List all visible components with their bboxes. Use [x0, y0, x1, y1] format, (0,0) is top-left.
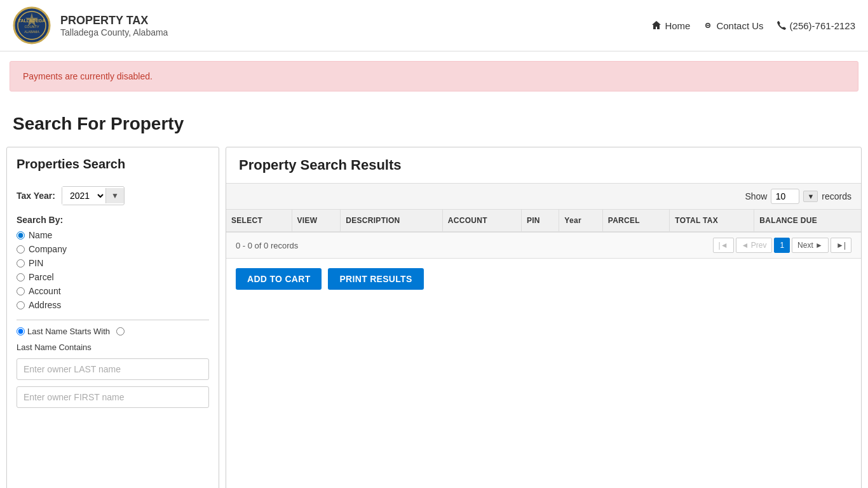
first-name-input[interactable]: [17, 386, 209, 408]
show-count-dropdown[interactable]: ▼: [803, 191, 818, 202]
radio-company-input[interactable]: [17, 245, 25, 254]
last-name-contains-label: Last Name Contains: [17, 342, 209, 352]
alert-banner: Payments are currently disabled.: [10, 61, 858, 92]
radio-parcel-input[interactable]: [17, 273, 25, 281]
header-title-block: PROPERTY TAX Talladega County, Alabama: [60, 14, 168, 37]
records-info-row: 0 - 0 of 0 records |◄ ◄ Prev 1 Next ► ►|: [226, 233, 861, 259]
action-buttons: ADD TO CART PRINT RESULTS: [226, 259, 861, 299]
home-icon: [651, 20, 661, 30]
svg-text:ALABAMA: ALABAMA: [24, 30, 39, 34]
app-subtitle: Talladega County, Alabama: [60, 27, 168, 37]
col-parcel: PARCEL: [602, 210, 670, 232]
app-name: PROPERTY TAX: [60, 14, 168, 27]
phone-link[interactable]: (256)-761-2123: [776, 20, 855, 31]
main-layout: Properties Search Tax Year: 2021 2020 20…: [0, 140, 868, 488]
alert-message: Payments are currently disabled.: [23, 71, 153, 81]
col-account: ACCOUNT: [442, 210, 521, 232]
contact-link[interactable]: Contact Us: [703, 20, 763, 31]
next-page-button[interactable]: Next ►: [792, 238, 829, 253]
svg-text:COUNTY: COUNTY: [24, 25, 39, 29]
name-search-options: Last Name Starts With: [17, 327, 209, 336]
left-panel-heading: Properties Search: [17, 157, 209, 177]
radio-account[interactable]: Account: [17, 286, 209, 296]
print-results-button[interactable]: PRINT RESULTS: [328, 268, 423, 290]
add-to-cart-button[interactable]: ADD TO CART: [236, 268, 322, 290]
phone-icon: [776, 20, 787, 30]
last-page-button[interactable]: ►|: [831, 238, 851, 253]
divider: [17, 320, 209, 320]
page-1-button[interactable]: 1: [774, 238, 790, 253]
results-table: SELECT VIEW DESCRIPTION ACCOUNT PIN Year…: [226, 210, 861, 233]
radio-address-input[interactable]: [17, 301, 25, 309]
home-link[interactable]: Home: [651, 20, 690, 31]
search-results-panel: Property Search Results Show ▼ records S…: [226, 147, 862, 488]
name-starts-with-radio[interactable]: [17, 327, 25, 336]
search-by-radio-group: Name Company PIN Parcel Account Address: [17, 230, 209, 310]
results-heading: Property Search Results: [239, 157, 848, 173]
show-count-input[interactable]: [771, 189, 799, 204]
radio-company[interactable]: Company: [17, 244, 209, 254]
properties-search-panel: Properties Search Tax Year: 2021 2020 20…: [6, 147, 219, 488]
records-label: records: [822, 191, 851, 201]
search-by-label: Search By:: [17, 215, 209, 225]
last-name-input[interactable]: [17, 358, 209, 380]
col-description: DESCRIPTION: [341, 210, 443, 232]
col-balance-due: BALANCE DUE: [754, 210, 861, 232]
col-select: SELECT: [226, 210, 292, 232]
results-header: Property Search Results: [226, 147, 861, 184]
radio-pin[interactable]: PIN: [17, 258, 209, 268]
last-name-contains-option[interactable]: [116, 327, 125, 336]
tax-year-row: Tax Year: 2021 2020 2019 ▼: [17, 186, 209, 205]
prev-page-button[interactable]: ◄ Prev: [736, 238, 773, 253]
tax-year-dropdown-arrow[interactable]: ▼: [105, 188, 124, 203]
first-page-button[interactable]: |◄: [713, 238, 734, 253]
col-pin: PIN: [521, 210, 559, 232]
radio-name-input[interactable]: [17, 231, 25, 240]
radio-account-input[interactable]: [17, 287, 25, 295]
tax-year-dropdown[interactable]: 2021 2020 2019: [62, 187, 105, 205]
page-header: TALLADEGA COUNTY ALABAMA PROPERTY TAX Ta…: [0, 0, 868, 51]
radio-parcel[interactable]: Parcel: [17, 272, 209, 282]
show-records-bar: Show ▼ records: [226, 184, 861, 210]
tax-year-label: Tax Year:: [17, 191, 55, 201]
radio-name[interactable]: Name: [17, 230, 209, 240]
col-year: Year: [559, 210, 602, 232]
tax-year-select-wrapper[interactable]: 2021 2020 2019 ▼: [62, 186, 125, 205]
records-info: 0 - 0 of 0 records: [236, 241, 298, 250]
last-name-starts-with-option[interactable]: Last Name Starts With: [17, 327, 110, 336]
page-title: Search For Property: [0, 101, 868, 140]
table-header-row: SELECT VIEW DESCRIPTION ACCOUNT PIN Year…: [226, 210, 861, 232]
name-starts-with-label: Last Name Starts With: [27, 327, 110, 336]
logo-icon: TALLADEGA COUNTY ALABAMA: [13, 6, 51, 44]
pagination: |◄ ◄ Prev 1 Next ► ►|: [713, 238, 851, 253]
radio-pin-input[interactable]: [17, 259, 25, 268]
show-label: Show: [745, 191, 767, 201]
link-icon: [703, 20, 713, 30]
header-nav: Home Contact Us (256)-761-2123: [651, 20, 855, 31]
name-contains-radio[interactable]: [116, 327, 125, 336]
col-total-tax: TOTAL TAX: [670, 210, 754, 232]
radio-address[interactable]: Address: [17, 300, 209, 310]
col-view: VIEW: [292, 210, 341, 232]
